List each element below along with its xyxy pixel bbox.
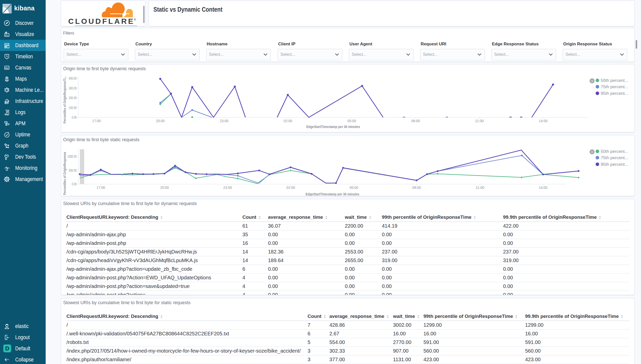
svg-text:17:00: 17:00 xyxy=(92,119,101,123)
svg-text:20:00: 20:00 xyxy=(160,185,169,190)
svg-text:Percentiles of OriginResponse: Percentiles of OriginResponse xyxy=(63,152,67,195)
svg-text:200.00: 200.00 xyxy=(69,96,77,100)
svg-text:14:00: 14:00 xyxy=(539,119,547,123)
svg-text:11:00: 11:00 xyxy=(475,119,484,123)
svg-text:17:00: 17:00 xyxy=(97,185,105,190)
svg-text:300.00: 300.00 xyxy=(69,86,77,90)
svg-text:EdgeStartTimestamp per 30 minu: EdgeStartTimestamp per 30 minutes xyxy=(306,192,359,196)
svg-text:08:00: 08:00 xyxy=(412,185,421,190)
svg-text:14:00: 14:00 xyxy=(539,185,547,190)
svg-text:0.00: 0.00 xyxy=(72,115,77,119)
svg-text:100.00: 100.00 xyxy=(69,105,77,110)
svg-text:0.00: 0.00 xyxy=(72,182,77,186)
svg-text:EdgeStartTimestamp per 30 minu: EdgeStartTimestamp per 30 minutes xyxy=(306,124,360,129)
svg-text:02:00: 02:00 xyxy=(284,119,292,123)
svg-text:11:00: 11:00 xyxy=(476,185,484,190)
svg-text:05:00: 05:00 xyxy=(350,185,358,190)
svg-text:23:00: 23:00 xyxy=(223,185,232,190)
svg-text:400.00: 400.00 xyxy=(69,76,77,80)
svg-text:20:00: 20:00 xyxy=(156,119,165,123)
svg-text:1000.00: 1000.00 xyxy=(67,154,77,158)
svg-text:02:00: 02:00 xyxy=(287,185,295,190)
svg-text:05:00: 05:00 xyxy=(347,119,356,123)
svg-text:08:00: 08:00 xyxy=(411,119,420,123)
svg-text:23:00: 23:00 xyxy=(220,119,228,123)
svg-text:500.00: 500.00 xyxy=(69,168,77,172)
svg-text:Percentiles of OriginResponseT: Percentiles of OriginResponseTi... xyxy=(63,76,67,123)
